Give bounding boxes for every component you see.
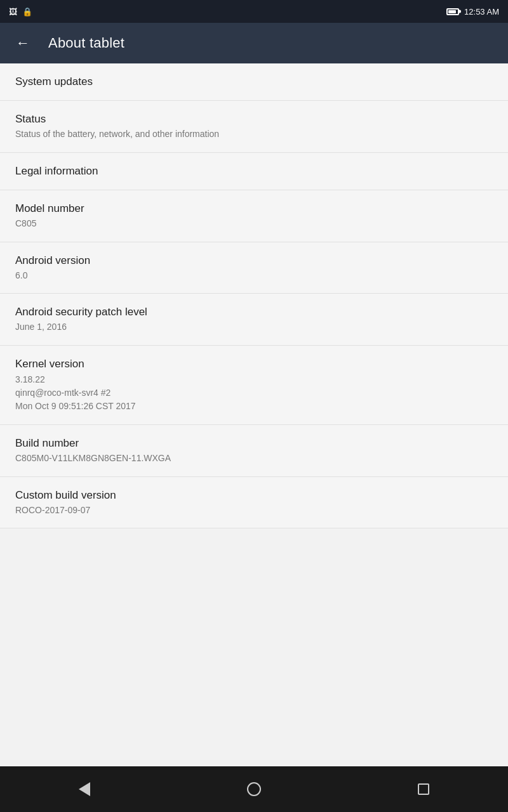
image-icon: 🖼 bbox=[9, 7, 17, 16]
list-item-legal-information[interactable]: Legal information bbox=[0, 153, 508, 190]
status-bar: 🖼 🔒 12:53 AM bbox=[0, 0, 508, 23]
item-title-model-number: Model number bbox=[15, 202, 493, 216]
item-title-custom-build-version: Custom build version bbox=[15, 488, 493, 502]
status-bar-left: 🖼 🔒 bbox=[9, 7, 32, 16]
item-value-model-number: C805 bbox=[15, 218, 493, 230]
lock-icon: 🔒 bbox=[22, 7, 32, 16]
nav-back-icon bbox=[79, 782, 90, 796]
app-bar: ← About tablet bbox=[0, 23, 508, 63]
list-item-model-number[interactable]: Model numberC805 bbox=[0, 190, 508, 242]
item-value-kernel-version: 3.18.22 qinrq@roco-mtk-svr4 #2 Mon Oct 9… bbox=[15, 373, 493, 413]
item-title-system-updates: System updates bbox=[15, 75, 493, 89]
page-title: About tablet bbox=[48, 35, 124, 51]
list-item-android-version[interactable]: Android version6.0 bbox=[0, 242, 508, 294]
item-title-android-version: Android version bbox=[15, 254, 493, 268]
status-bar-right: 12:53 AM bbox=[446, 7, 499, 16]
list-item-build-number[interactable]: Build numberC805M0-V11LKM8GN8GEN-11.WXGA bbox=[0, 425, 508, 477]
item-value-build-number: C805M0-V11LKM8GN8GEN-11.WXGA bbox=[15, 452, 493, 465]
nav-home-icon bbox=[247, 782, 261, 796]
list-item-kernel-version[interactable]: Kernel version3.18.22 qinrq@roco-mtk-svr… bbox=[0, 346, 508, 425]
item-title-build-number: Build number bbox=[15, 436, 493, 450]
item-title-status: Status bbox=[15, 112, 493, 126]
nav-bar bbox=[0, 766, 508, 812]
list-item-android-security-patch-level[interactable]: Android security patch levelJune 1, 2016 bbox=[0, 294, 508, 346]
item-title-legal-information: Legal information bbox=[15, 164, 493, 178]
battery-icon bbox=[446, 8, 459, 15]
item-title-kernel-version: Kernel version bbox=[15, 357, 493, 371]
list-item-status[interactable]: StatusStatus of the battery, network, an… bbox=[0, 101, 508, 153]
nav-home-button[interactable] bbox=[235, 770, 273, 808]
nav-back-button[interactable] bbox=[65, 770, 104, 808]
item-value-android-version: 6.0 bbox=[15, 270, 493, 282]
item-value-custom-build-version: ROCO-2017-09-07 bbox=[15, 504, 493, 517]
item-title-android-security-patch-level: Android security patch level bbox=[15, 305, 493, 319]
nav-recent-button[interactable] bbox=[404, 770, 443, 808]
list-item-custom-build-version[interactable]: Custom build versionROCO-2017-09-07 bbox=[0, 477, 508, 529]
item-subtitle-status: Status of the battery, network, and othe… bbox=[15, 128, 493, 141]
item-value-android-security-patch-level: June 1, 2016 bbox=[15, 321, 493, 334]
list-item-system-updates[interactable]: System updates bbox=[0, 63, 508, 101]
time-display: 12:53 AM bbox=[464, 7, 499, 16]
back-button[interactable]: ← bbox=[10, 30, 36, 56]
settings-list: System updatesStatusStatus of the batter… bbox=[0, 63, 508, 766]
nav-recent-icon bbox=[418, 783, 429, 795]
